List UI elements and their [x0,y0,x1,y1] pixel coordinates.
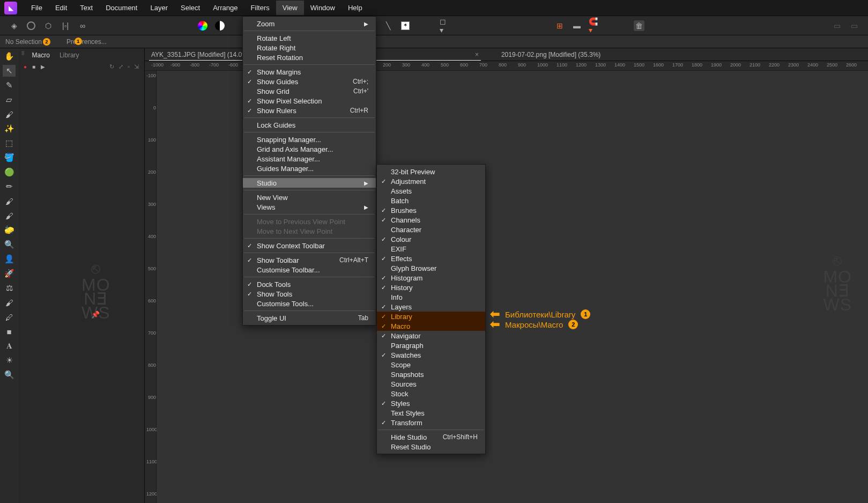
tool-8[interactable]: 🟢 [3,166,16,178]
tool-18[interactable]: 🖊 [3,311,16,323]
menuitem-paragraph[interactable]: Paragraph [377,341,485,350]
menuitem-colour[interactable]: ✓Colour [377,234,485,244]
menuitem-styles[interactable]: ✓Styles [377,398,485,408]
tool-7[interactable]: 🪣 [3,152,16,164]
menuitem-reset-studio[interactable]: Reset Studio [377,442,485,452]
tool-3[interactable]: ▱ [3,94,16,106]
tool-12[interactable]: 🧽 [3,224,16,236]
menuitem-snapshots[interactable]: Snapshots [377,369,485,379]
menuitem-adjustment[interactable]: ✓Adjustment [377,176,485,186]
preferences-link[interactable]: Preferences... [66,38,107,46]
record-button[interactable]: ● [24,64,27,70]
color-wheel-icon[interactable] [197,20,208,31]
menuitem-layers[interactable]: ✓Layers [377,302,485,312]
menu-document[interactable]: Document [99,1,144,15]
pin-panel-icon[interactable]: 📌 [91,310,100,319]
menuitem-show-grid[interactable]: Show GridCtrl+' [243,86,376,96]
menuitem-macro[interactable]: ✓Macro [377,321,485,331]
menuitem-toggle-ui[interactable]: Toggle UITab [243,313,376,323]
menu-help[interactable]: Help [342,1,369,15]
menuitem-zoom[interactable]: Zoom▶ [243,19,376,28]
menuitem-channels[interactable]: ✓Channels [377,215,485,225]
menuitem-effects[interactable]: ✓Effects [377,254,485,263]
menu-view[interactable]: View [276,1,304,15]
menuitem-scope[interactable]: Scope [377,360,485,369]
diag-line-icon[interactable]: ╲ [383,20,394,31]
expand-icon[interactable]: ⤢ [118,63,123,70]
bw-adjust-icon[interactable] [214,20,225,31]
menuitem-show-toolbar[interactable]: ✓Show ToolbarCtrl+Alt+T [243,255,376,265]
menuitem-glyph-browser[interactable]: Glyph Browser [377,263,485,273]
trash-icon[interactable]: 🗑 [634,20,644,31]
menuitem-show-guides[interactable]: ✓Show GuidesCtrl+; [243,77,376,86]
tool-10[interactable]: 🖌 [3,195,16,207]
menuitem-stock[interactable]: Stock [377,389,485,398]
tab-library[interactable]: Library [57,50,81,60]
quick-mask-icon[interactable]: ◻ ▾ [440,20,450,31]
menu-select[interactable]: Select [174,1,206,15]
menuitem-character[interactable]: Character [377,225,485,234]
menuitem-library[interactable]: ✓Library [377,312,485,321]
menuitem-batch[interactable]: Batch [377,196,485,205]
menuitem-rotate-left[interactable]: Rotate Left [243,33,376,43]
refresh-icon[interactable]: ↻ [109,63,114,70]
arrange-front-icon[interactable]: ▭ [849,20,859,31]
menu-arrange[interactable]: Arrange [206,1,244,15]
menu-window[interactable]: Window [304,1,342,15]
tool-5[interactable]: ✨ [3,123,16,135]
play-button[interactable]: ▶ [41,64,45,70]
tool-0[interactable]: ✋ [3,50,16,62]
magnet-icon[interactable]: 🧲 ▾ [589,20,599,31]
tool-6[interactable]: ⬚ [3,137,16,149]
menuitem-reset-rotation[interactable]: Reset Rotation [243,53,376,62]
menuitem-show-margins[interactable]: ✓Show Margins [243,67,376,77]
persona-photo-icon[interactable]: ◈ [9,20,19,31]
menuitem-show-tools[interactable]: ✓Show Tools [243,289,376,299]
menu-filters[interactable]: Filters [244,1,276,15]
menuitem-grid-and-axis-manager-[interactable]: Grid and Axis Manager... [243,144,376,154]
menuitem-rotate-right[interactable]: Rotate Right [243,43,376,53]
menuitem-show-rulers[interactable]: ✓Show RulersCtrl+R [243,106,376,115]
menu-layer[interactable]: Layer [144,1,174,15]
menuitem-transform[interactable]: ✓Transform [377,418,485,427]
persona-develop-icon[interactable]: ⬡ [43,20,54,31]
menuitem-guides-manager-[interactable]: Guides Manager... [243,164,376,173]
align-icon[interactable]: ▬ [572,20,582,31]
menuitem-swatches[interactable]: ✓Swatches [377,350,485,360]
menuitem-customise-toolbar-[interactable]: Customise Toolbar... [243,265,376,275]
tool-16[interactable]: ⚖ [3,282,16,294]
menuitem-navigator[interactable]: ✓Navigator [377,331,485,341]
menuitem-assets[interactable]: Assets [377,186,485,196]
tool-1[interactable]: ↖ [3,65,16,77]
menu-edit[interactable]: Edit [49,1,73,15]
tool-11[interactable]: 🖌 [3,210,16,221]
assistant-icon[interactable]: ✶ [400,20,411,31]
tool-4[interactable]: 🖌 [3,108,16,120]
menuitem-dock-tools[interactable]: ✓Dock Tools [243,279,376,289]
close-tab-icon[interactable]: × [475,51,479,58]
menuitem-history[interactable]: ✓History [377,283,485,292]
tab-macro[interactable]: Macro [30,50,52,60]
menuitem-assistant-manager-[interactable]: Assistant Manager... [243,154,376,164]
menuitem-hide-studio[interactable]: Hide StudioCtrl+Shift+H [377,432,485,442]
menuitem-brushes[interactable]: ✓Brushes [377,205,485,215]
menu-file[interactable]: File [25,1,49,15]
menuitem-exif[interactable]: EXIF [377,244,485,254]
import-macro-icon[interactable]: ⇲ [134,63,139,70]
persona-export-icon[interactable]: ∞ [77,20,88,31]
tool-13[interactable]: 🔍 [3,239,16,250]
menuitem-studio[interactable]: Studio▶ [243,178,376,188]
menuitem-sources[interactable]: Sources [377,379,485,389]
menu-text[interactable]: Text [73,1,99,15]
tool-22[interactable]: 🔍 [3,369,16,381]
tool-21[interactable]: ☀ [3,354,16,366]
arrange-back-icon[interactable]: ▭ [832,20,842,31]
tool-2[interactable]: ✎ [3,79,16,91]
save-macro-icon[interactable]: ▫ [128,63,130,70]
menuitem-customise-tools-[interactable]: Customise Tools... [243,299,376,308]
doc-tab-2[interactable]: 2019-07-02.png [Modified] (35.3%) [495,49,607,61]
tool-14[interactable]: 👤 [3,253,16,265]
tool-17[interactable]: 🖌 [3,297,16,308]
menuitem-info[interactable]: Info [377,292,485,302]
menuitem-views[interactable]: Views▶ [243,202,376,212]
